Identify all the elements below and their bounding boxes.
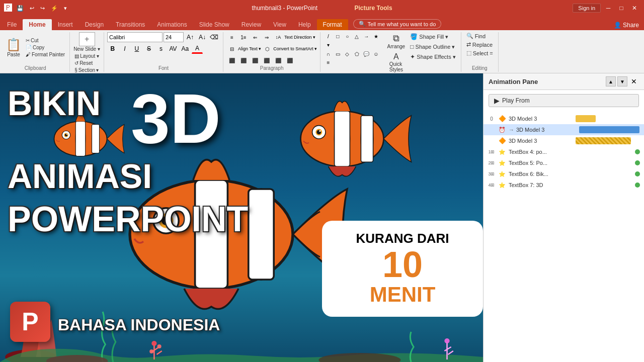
section-button[interactable]: § Section ▾ — [73, 67, 101, 73]
align-text-label[interactable]: Align Text ▾ — [238, 46, 261, 51]
strikethrough-button[interactable]: S — [143, 44, 154, 54]
tab-transitions[interactable]: Transitions — [110, 19, 151, 30]
convert-smartart-button[interactable]: ⬡ — [262, 44, 273, 54]
arrange-button[interactable]: ⧉ Arrange — [386, 32, 406, 50]
font-spacing-button[interactable]: AV — [168, 44, 179, 54]
shape-effects-button[interactable]: ✦ Shape Effects ▾ — [408, 52, 457, 61]
clear-format-button[interactable]: ⌫ — [209, 32, 220, 42]
line-spacing-button[interactable]: ⬛ — [284, 55, 295, 65]
save-button[interactable]: 💾 — [15, 5, 25, 12]
anim-item-4[interactable]: 2⊞ ⭐ TextBox 5: Po... — [484, 157, 644, 168]
more2-shapes-icon[interactable]: ≡ — [324, 58, 333, 66]
font-name-input[interactable] — [107, 32, 163, 42]
share-button[interactable]: 👤 Share — [610, 22, 643, 29]
paragraph-label: Paragraph — [260, 65, 284, 72]
app-content: BIKIN 3D ANIMASI POWERPOINT P BAHASA IND… — [0, 73, 644, 362]
callout-icon[interactable]: 💬 — [362, 50, 371, 58]
ribbon: 📋 Paste ✂ Cut 📄 Copy 🖌 Format Painter — [0, 30, 644, 73]
tab-help[interactable]: Help — [292, 19, 317, 30]
undo-button[interactable]: ↩ — [28, 5, 36, 12]
restore-button[interactable]: □ — [616, 3, 627, 14]
diamond-icon[interactable]: ◇ — [343, 50, 352, 58]
tab-insert[interactable]: Insert — [52, 19, 79, 30]
justify-button[interactable]: ⬛ — [261, 55, 272, 65]
rect-icon[interactable]: □ — [333, 32, 342, 40]
font-color-button[interactable]: A — [192, 44, 203, 54]
anim-item-1[interactable]: ⏰ → 3D Model 3 — [484, 124, 644, 135]
line-icon[interactable]: / — [324, 32, 333, 40]
tab-home[interactable]: Home — [23, 19, 51, 30]
format-painter-button[interactable]: 🖌 Format Painter — [24, 51, 66, 58]
columns-button[interactable]: ⬛ — [273, 55, 284, 65]
convert-smartart-label[interactable]: Convert to SmartArt ▾ — [273, 46, 317, 51]
tab-file[interactable]: File — [1, 19, 23, 30]
text-direction-label[interactable]: Text Direction ▾ — [284, 35, 315, 40]
anim-icon-5: ⭐ — [498, 169, 507, 178]
increase-indent-button[interactable]: ⇒ — [261, 32, 272, 42]
cut-button[interactable]: ✂ Cut — [24, 37, 66, 44]
signin-button[interactable]: Sign in — [573, 4, 601, 13]
anim-dot-5 — [635, 171, 640, 176]
tab-view[interactable]: View — [267, 19, 292, 30]
font-size-input[interactable] — [164, 32, 184, 42]
anim-down-button[interactable]: ▼ — [617, 76, 627, 86]
triangle-icon[interactable]: △ — [352, 32, 361, 40]
curve-icon[interactable]: ∩ — [324, 50, 333, 58]
numbered-button[interactable]: 1≡ — [238, 32, 249, 42]
tab-format[interactable]: Format — [317, 19, 348, 30]
align-left-button[interactable]: ⬛ — [226, 55, 237, 65]
smiley-icon[interactable]: ☺ — [371, 50, 380, 58]
arrow-icon[interactable]: → — [362, 32, 371, 40]
copy-button[interactable]: 📄 Copy — [24, 44, 66, 51]
underline-button[interactable]: U — [131, 44, 142, 54]
bold-button[interactable]: B — [107, 44, 118, 54]
change-case-button[interactable]: Aa — [180, 44, 191, 54]
shape-outline-button[interactable]: □ Shape Outline ▾ — [408, 42, 457, 51]
more-shapes-icon[interactable]: ▾ — [324, 41, 333, 49]
clipboard-label: Clipboard — [25, 65, 46, 72]
align-right-button[interactable]: ⬛ — [250, 55, 261, 65]
decrease-size-button[interactable]: A↓ — [197, 32, 208, 42]
rounded-rect-icon[interactable]: ▭ — [333, 50, 342, 58]
text-direction-button[interactable]: ↕A — [273, 32, 284, 42]
increase-size-button[interactable]: A↑ — [185, 32, 196, 42]
reset-button[interactable]: ↺ Reset — [73, 60, 101, 66]
decrease-indent-button[interactable]: ⇐ — [250, 32, 261, 42]
tell-me-box[interactable]: 🔍 Tell me what you want to do — [353, 19, 442, 29]
paste-button[interactable]: 📋 Paste — [4, 37, 23, 58]
ribbon-tabs: File Home Insert Design Transitions Anim… — [0, 16, 644, 30]
minimize-button[interactable]: ─ — [603, 3, 614, 14]
anim-item-3[interactable]: 1⊞ ⭐ TextBox 4: po... — [484, 146, 644, 157]
tab-design[interactable]: Design — [79, 19, 110, 30]
new-slide-button[interactable]: + New Slide ▾ — [73, 32, 100, 52]
play-from-button[interactable]: ▶ Play From — [489, 94, 639, 107]
anim-close-button[interactable]: ✕ — [629, 76, 639, 86]
close-button[interactable]: ✕ — [629, 3, 640, 14]
star-shape-icon[interactable]: ★ — [371, 32, 380, 40]
auto-button[interactable]: ⚡ — [49, 5, 59, 12]
pentagon-icon[interactable]: ⬠ — [352, 50, 361, 58]
select-button[interactable]: ⬚ Select = — [464, 49, 495, 57]
arrange-qs-area: ⧉ Arrange A QuickStyles — [386, 32, 406, 73]
circle-icon[interactable]: ○ — [343, 32, 352, 40]
align-text-button[interactable]: ⊟ — [226, 44, 237, 54]
shadow-button[interactable]: s — [155, 44, 167, 54]
italic-button[interactable]: I — [119, 44, 130, 54]
tab-slideshow[interactable]: Slide Show — [193, 19, 235, 30]
tab-animations[interactable]: Animations — [151, 19, 193, 30]
tab-review[interactable]: Review — [235, 19, 267, 30]
anim-item-0[interactable]: 0 🔶 3D Model 3 — [484, 113, 644, 124]
anim-item-6[interactable]: 4⊞ ⭐ TextBox 7: 3D — [484, 179, 644, 191]
bullets-button[interactable]: ≡ — [226, 32, 237, 42]
shape-fill-button[interactable]: 🪣 Shape Fill ▾ — [408, 32, 457, 41]
qat-more-button[interactable]: ▾ — [62, 5, 68, 12]
layout-button[interactable]: ▤ Layout ▾ — [73, 53, 101, 59]
redo-button[interactable]: ↪ — [39, 5, 46, 12]
quick-styles-button[interactable]: A QuickStyles — [386, 51, 406, 73]
replace-button[interactable]: ⇄ Replace — [464, 41, 495, 48]
anim-item-2[interactable]: 🔶 3D Model 3 — [484, 135, 644, 146]
find-button[interactable]: 🔍 Find — [464, 32, 488, 40]
anim-item-5[interactable]: 3⊞ ⭐ TextBox 6: Bik... — [484, 168, 644, 179]
anim-up-button[interactable]: ▲ — [606, 76, 616, 86]
center-button[interactable]: ⬛ — [238, 55, 249, 65]
